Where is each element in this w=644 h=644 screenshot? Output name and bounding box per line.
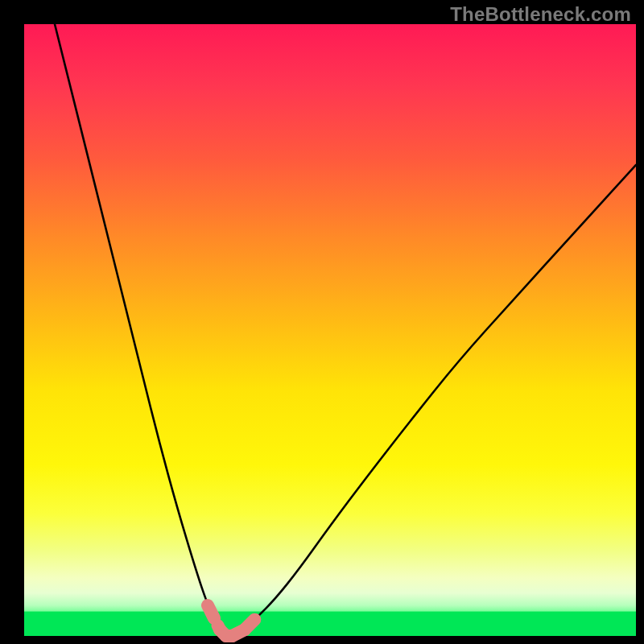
plot-background xyxy=(24,24,636,636)
highlight-segment xyxy=(245,617,257,630)
green-zone xyxy=(24,612,636,636)
bottleneck-chart xyxy=(0,0,644,644)
chart-frame: TheBottleneck.com xyxy=(0,0,644,644)
